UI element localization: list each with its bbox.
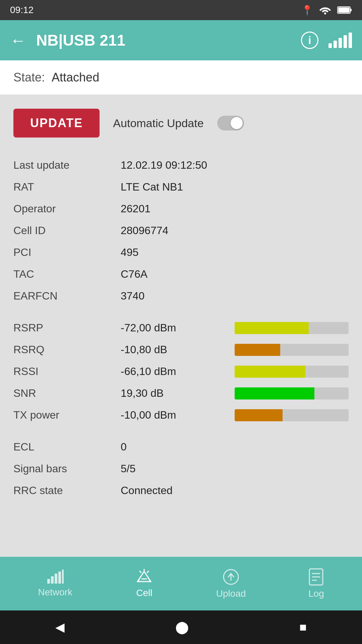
signal-row-rsrq: RSRQ -10,80 dB: [13, 339, 349, 361]
data-table: Last update 12.02.19 09:12:50 RAT LTE Ca…: [13, 154, 349, 501]
svg-rect-2: [350, 9, 352, 11]
page-title: NB|USB 211: [36, 31, 291, 49]
network-icon: [47, 570, 64, 584]
update-button[interactable]: UPDATE: [13, 109, 100, 138]
nav-item-log[interactable]: Log: [308, 568, 324, 599]
svg-rect-7: [58, 572, 61, 584]
rssi-bar: [235, 366, 349, 378]
home-system-button[interactable]: ⬤: [175, 620, 189, 634]
nav-label-upload: Upload: [216, 588, 246, 599]
svg-rect-5: [51, 576, 54, 584]
table-row: EARFCN 3740: [13, 285, 349, 307]
table-row: Operator 26201: [13, 198, 349, 220]
table-row-rrcstate: RRC state Connected: [13, 480, 349, 501]
back-system-button[interactable]: ◀: [55, 620, 65, 634]
signal-bars-icon: [328, 33, 352, 48]
app-header: ← NB|USB 211 i: [0, 20, 362, 60]
state-label: State:: [13, 70, 45, 85]
svg-line-14: [147, 571, 149, 573]
svg-rect-6: [55, 574, 57, 584]
txpower-bar: [235, 409, 349, 421]
svg-line-10: [147, 576, 150, 582]
nav-label-log: Log: [308, 588, 324, 599]
svg-line-13: [139, 571, 141, 573]
nav-item-network[interactable]: Network: [38, 570, 72, 598]
table-row: Last update 12.02.19 09:12:50: [13, 154, 349, 176]
recents-system-button[interactable]: ■: [299, 620, 307, 634]
svg-point-0: [324, 12, 326, 14]
system-nav-bar: ◀ ⬤ ■: [0, 610, 362, 644]
cell-icon: [135, 569, 154, 585]
table-row: Cell ID 28096774: [13, 220, 349, 241]
svg-line-9: [138, 576, 141, 582]
wifi-icon: [319, 5, 331, 15]
table-row: PCI 495: [13, 241, 349, 263]
upload-icon: [222, 568, 240, 586]
svg-rect-4: [47, 579, 50, 584]
signal-row-txpower: TX power -10,00 dBm: [13, 404, 349, 426]
state-row: State: Attached: [0, 60, 362, 95]
svg-rect-3: [338, 7, 350, 13]
main-content: UPDATE Automatic Update Last update 12.0…: [0, 95, 362, 557]
table-row-signalbars: Signal bars 5/5: [13, 458, 349, 480]
header-icons: i: [301, 32, 352, 49]
log-icon: [309, 568, 323, 586]
rsrp-bar: [235, 322, 349, 334]
nav-item-upload[interactable]: Upload: [216, 568, 246, 599]
signal-row-rsrp: RSRP -72,00 dBm: [13, 317, 349, 339]
snr-bar: [235, 387, 349, 399]
rsrq-bar: [235, 344, 349, 356]
status-icons: 📍: [301, 5, 352, 16]
signal-row-rssi: RSSI -66,10 dBm: [13, 361, 349, 382]
table-row-ecl: ECL 0: [13, 436, 349, 458]
info-button[interactable]: i: [301, 32, 318, 49]
state-value: Attached: [52, 70, 99, 85]
table-row: TAC C76A: [13, 263, 349, 285]
auto-update-label: Automatic Update: [113, 117, 203, 130]
status-time: 09:12: [10, 5, 34, 15]
battery-icon: [337, 6, 352, 14]
location-icon: 📍: [301, 5, 313, 16]
back-button[interactable]: ←: [10, 31, 26, 50]
svg-rect-8: [62, 570, 64, 584]
bottom-nav: Network Cell Upload Log: [0, 557, 362, 610]
update-row: UPDATE Automatic Update: [13, 109, 349, 138]
nav-label-network: Network: [38, 587, 72, 598]
table-row: RAT LTE Cat NB1: [13, 176, 349, 198]
nav-item-cell[interactable]: Cell: [135, 569, 154, 598]
signal-row-snr: SNR 19,30 dB: [13, 382, 349, 404]
status-bar: 09:12 📍: [0, 0, 362, 20]
auto-update-toggle[interactable]: [217, 116, 244, 130]
nav-label-cell: Cell: [136, 588, 152, 598]
